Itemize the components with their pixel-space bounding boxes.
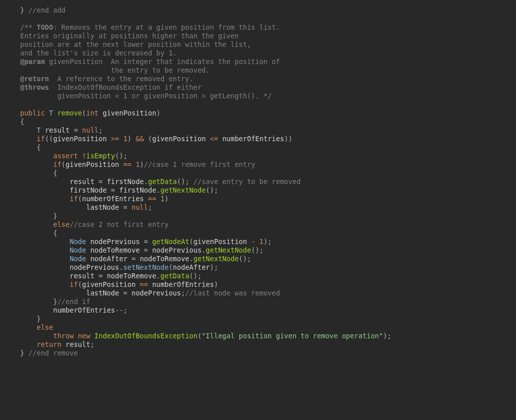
var: firstNode: [119, 186, 156, 194]
var: nodeToRemove: [90, 246, 140, 254]
kw-if: if: [70, 280, 78, 288]
var: nodePrevious: [70, 263, 119, 271]
ws: [61, 340, 66, 348]
type-T: T: [37, 126, 41, 134]
paren: ): [288, 135, 292, 143]
ws: [53, 109, 57, 117]
type-exception: IndexOutOfBoundsException: [94, 332, 198, 340]
ws: [20, 126, 37, 134]
ws: [20, 323, 37, 331]
paren: ): [127, 135, 132, 143]
op-assign: =: [119, 289, 132, 297]
ws: [20, 212, 53, 220]
op-eq: ==: [144, 195, 161, 203]
type-int: int: [86, 109, 99, 117]
ws: [20, 263, 70, 271]
var: firstNode: [107, 177, 144, 186]
var: givenPosition: [82, 280, 136, 288]
comment: //end remove: [24, 349, 78, 357]
brace: }: [53, 212, 57, 220]
comment: //case 2 not first entry: [70, 220, 168, 228]
op-assign: =: [140, 237, 152, 246]
op-assign: =: [70, 126, 82, 134]
op-assign: =: [107, 186, 119, 194]
semi: ;: [90, 340, 94, 348]
op-le: <=: [206, 135, 222, 143]
dot: .: [119, 263, 123, 271]
kw-throw: throw: [53, 332, 74, 340]
brace: {: [53, 169, 57, 177]
code-editor[interactable]: } //end add /** TODO: Removes the entry …: [0, 0, 516, 357]
paren: ): [156, 109, 160, 117]
var: nodeToRemove: [107, 272, 156, 280]
javadoc-text: IndexOutOfBoundsException if either: [49, 83, 202, 91]
var: numberOfEntries: [82, 195, 144, 203]
null-literal: null: [82, 126, 99, 134]
semi: ;: [214, 263, 218, 271]
var: nodeToRemove: [140, 255, 189, 263]
kw-if: if: [70, 195, 78, 203]
ws: [20, 255, 70, 263]
paren: ): [164, 195, 168, 203]
ws: [20, 246, 70, 254]
kw-else: else: [53, 220, 70, 228]
comment: //end add: [24, 6, 66, 14]
ws: [20, 160, 53, 168]
ws: [20, 177, 70, 186]
op-assign: =: [127, 255, 140, 263]
ws: [20, 169, 53, 177]
paren: ): [243, 255, 247, 263]
var-result: result: [70, 177, 94, 186]
var-result: result: [66, 340, 90, 348]
ws: [20, 272, 70, 280]
op-assign: =: [119, 203, 132, 211]
string-literal: "Illegal position given to remove operat…: [202, 332, 383, 340]
paren: ): [210, 263, 214, 271]
paren: ): [264, 237, 268, 246]
ws: [41, 126, 45, 134]
var: numberOfEntries: [152, 280, 214, 288]
comment: //end if: [57, 297, 90, 306]
var: numberOfEntries: [53, 306, 115, 314]
paren: (: [189, 237, 194, 246]
kw-if: if: [37, 135, 45, 143]
brace: {: [20, 117, 24, 126]
ws: [20, 195, 70, 203]
javadoc-text: the entry to be removed.: [20, 66, 210, 74]
javadoc-text: givenPosition < 1 or givenPosition > get…: [20, 92, 272, 100]
method-remove: remove: [57, 109, 82, 117]
ws: [20, 237, 70, 246]
method-getNextNode: getNextNode: [160, 186, 206, 194]
paren: ): [284, 135, 288, 143]
javadoc-text: Entries originally at positions higher t…: [20, 32, 239, 40]
paren: (: [78, 195, 82, 203]
semi: ;: [387, 332, 391, 340]
semi: ;: [99, 126, 103, 134]
method-getNextNode: getNextNode: [206, 246, 251, 254]
paren: ): [210, 186, 214, 194]
op-ge: >=: [107, 135, 123, 143]
var: nodePrevious: [152, 246, 202, 254]
var: firstNode: [70, 186, 107, 194]
var: givenPosition: [66, 160, 119, 168]
comment: //case 1 remove first entry: [144, 160, 255, 168]
ws: [20, 332, 53, 340]
op-minus: -: [247, 237, 260, 246]
method-setNextNode: setNextNode: [123, 263, 169, 271]
var: lastNode: [86, 289, 119, 297]
ws: [20, 220, 53, 228]
kw-if: if: [53, 160, 61, 168]
ws: [86, 237, 90, 246]
javadoc-text: position are at the next lower position …: [20, 40, 251, 48]
var: nodeAfter: [90, 255, 127, 263]
method-getData: getData: [160, 272, 189, 280]
javadoc-tag-return: @return: [20, 75, 49, 83]
ws: [20, 340, 37, 348]
paren: (: [148, 135, 152, 143]
ws: [86, 255, 90, 263]
op-dec: --: [115, 306, 123, 314]
null-literal: null: [132, 203, 148, 211]
type-Node: Node: [70, 255, 86, 263]
ws: [20, 203, 86, 211]
var: givenPosition: [152, 135, 206, 143]
